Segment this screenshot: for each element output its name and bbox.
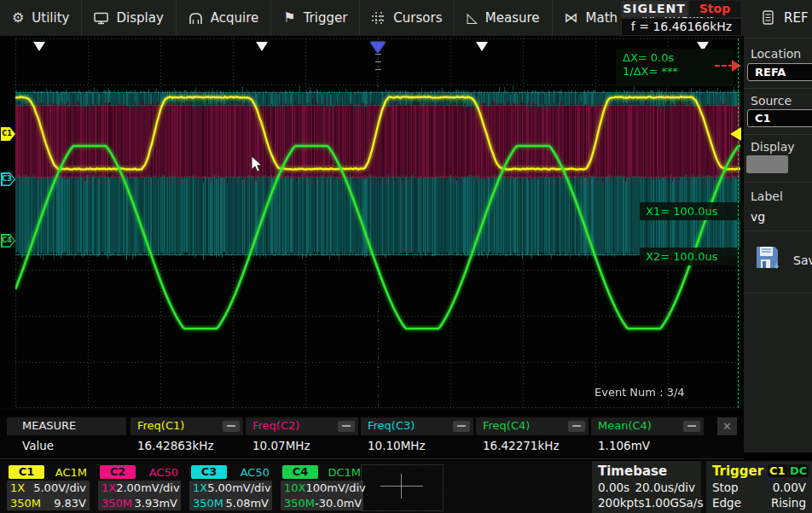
menu-item-label: Cursors <box>393 10 442 26</box>
trigger-coupling-chip: DC <box>788 464 809 477</box>
measure-icon: ◺ <box>467 11 477 25</box>
channel-badge: C3 <box>191 465 227 479</box>
menu-item-measure[interactable]: ◺Measure <box>455 0 552 36</box>
measure-header-Freq(C2)[interactable]: Freq(C2) <box>246 417 358 435</box>
oscilloscope-screen: ⚙UtilityDisplayAcquire⚑TriggerCursors◺Me… <box>0 0 812 513</box>
cursor-x1-handle[interactable]: X1= 100.0us <box>640 202 746 220</box>
location-select[interactable]: REFA <box>747 63 812 81</box>
waveform-canvas[interactable] <box>15 38 740 408</box>
channel-bandwidth: 350M <box>10 496 41 511</box>
cursor-vertical-line[interactable] <box>738 38 739 408</box>
channel-box-c2[interactable]: C2AC501X2.00mV/div350M3.93mV <box>98 465 181 510</box>
channel-coupling: DC1M <box>328 466 361 479</box>
channel-offset-marker-label: C4 <box>2 236 12 244</box>
menu-item-label: Measure <box>485 10 540 26</box>
measure-remove-button[interactable] <box>338 421 355 432</box>
cursor-delta-readout: ΔX= 0.0s 1/ΔX= *** <box>616 49 734 86</box>
trigger-delay-arrow-head <box>732 60 741 72</box>
measure-header-Freq(C1)[interactable]: Freq(C1) <box>130 417 243 435</box>
measure-title-label: MEASURE <box>22 419 76 432</box>
trigger-position-ruler <box>375 54 381 77</box>
channel-settings: 10X100mV/div350M-30.0mV <box>281 481 363 510</box>
channel-scale: 2.00mV/div <box>116 481 179 496</box>
channel-scale: 100mV/div <box>305 481 365 496</box>
crosshair-icon-vertical <box>401 474 402 498</box>
measure-header-Mean(C4)[interactable]: Mean(C4) <box>591 417 704 435</box>
channel-bandwidth: 350M <box>193 496 223 511</box>
channel-box-c3[interactable]: C3AC501X5.00mV/div350M5.08mV <box>189 465 272 510</box>
measure-value: 10.10MHz <box>368 439 426 452</box>
acquisition-status-button[interactable]: Stop <box>689 1 740 17</box>
measure-remove-button[interactable] <box>223 421 240 432</box>
mouse-pointer <box>251 155 264 177</box>
timebase-points: 200kpts <box>598 496 644 510</box>
measure-close-button[interactable]: ✕ <box>717 417 737 435</box>
trigger-event-marker <box>256 42 268 51</box>
channel-bandwidth: 350M <box>284 496 315 511</box>
channel-offset-marker-label: C1 <box>2 130 12 137</box>
channel-offset-marker-c3[interactable]: C3 <box>1 172 15 186</box>
channel-bandwidth: 350M <box>102 496 132 511</box>
menu-item-acquire[interactable]: Acquire <box>177 0 272 36</box>
timebase-scale: 20.0us/div <box>635 481 695 494</box>
timebase-samplerate: 1.00GSa/s <box>644 496 703 510</box>
channel-box-c4[interactable]: C4DC1M10X100mV/div350M-30.0mV <box>281 465 363 510</box>
menu-item-math[interactable]: ⋈Math <box>553 0 631 36</box>
channel-offset: 9.83V <box>54 496 86 511</box>
cursors-icon <box>372 12 386 25</box>
cursor-x2-handle[interactable]: X2= 100.0us <box>640 248 746 265</box>
trigger-event-marker <box>33 42 45 51</box>
timebase-title: Timebase <box>598 463 667 479</box>
menu-item-cursors[interactable]: Cursors <box>360 0 455 36</box>
menu-item-trigger[interactable]: ⚑Trigger <box>271 0 360 36</box>
ref-side-panel: REF Location REFA Source C1 Display Labe… <box>744 0 812 452</box>
channel-probe: 1X <box>193 481 207 496</box>
event-number-label: Event Num : 3/4 <box>594 386 685 399</box>
trigger-level-marker[interactable] <box>730 127 741 141</box>
measure-header-Freq(C4)[interactable]: Freq(C4) <box>476 417 589 435</box>
menu-item-label: Utility <box>32 10 69 26</box>
measure-value: 16.42271kHz <box>483 439 559 452</box>
measure-name: Freq(C1) <box>137 419 184 432</box>
channel-coupling: AC50 <box>149 466 178 479</box>
channel-probe: 1X <box>102 481 116 496</box>
measure-remove-button[interactable] <box>453 421 470 432</box>
trigger-status: Stop <box>712 481 739 494</box>
channel-box-c1[interactable]: C1AC1M1X5.00V/div350M9.83V <box>7 465 90 510</box>
save-button[interactable]: Save <box>744 239 812 290</box>
measure-row-label: Value <box>22 439 54 452</box>
timebase-box[interactable]: Timebase 0.00s 20.0us/div 200kpts 1.00GS… <box>592 461 701 513</box>
display-toggle[interactable] <box>746 155 788 173</box>
menu-item-utility[interactable]: ⚙Utility <box>0 0 82 36</box>
channel-scale: 5.00mV/div <box>207 481 270 496</box>
channel-offset-marker-label: C3 <box>2 175 12 183</box>
channel-offset: 3.93mV <box>134 496 177 511</box>
measure-name: Freq(C4) <box>483 419 530 432</box>
location-label: Location <box>751 47 801 61</box>
channel-offset: -30.0mV <box>315 496 362 511</box>
measure-remove-button[interactable] <box>683 421 700 432</box>
waveform-display[interactable]: C1C3C4 ΔX= 0.0s 1/ΔX= *** X1= 100.0us X2… <box>0 36 744 410</box>
channel-badge: C2 <box>100 465 136 479</box>
channel-settings: 1X5.00V/div350M9.83V <box>7 481 90 510</box>
measure-header-Freq(C3)[interactable]: Freq(C3) <box>361 417 473 435</box>
top-menu-bar: ⚙UtilityDisplayAcquire⚑TriggerCursors◺Me… <box>0 0 812 36</box>
measure-name: Freq(C3) <box>368 419 415 432</box>
source-label: Source <box>751 94 792 108</box>
channel-badge: C1 <box>9 465 44 479</box>
measure-value: 10.07MHz <box>252 439 310 452</box>
trigger-slope: Rising <box>771 496 806 510</box>
add-channel-drop-zone[interactable] <box>361 464 444 511</box>
measure-remove-button[interactable] <box>568 421 585 432</box>
math-icon: ⋈ <box>565 11 578 25</box>
trigger-position-marker[interactable] <box>370 42 386 53</box>
channel-offset-marker-c1[interactable]: C1 <box>1 127 15 141</box>
trigger-event-marker <box>476 42 488 51</box>
menu-item-display[interactable]: Display <box>82 0 176 36</box>
gear-icon: ⚙ <box>12 11 24 25</box>
label-label: Label <box>751 189 783 203</box>
source-select[interactable]: C1 <box>747 109 812 127</box>
timebase-delay: 0.00s <box>598 481 629 494</box>
channel-offset-marker-c4[interactable]: C4 <box>1 234 15 248</box>
trigger-box[interactable]: Trigger C1 DC Stop 0.00V Edge Rising <box>706 461 812 513</box>
